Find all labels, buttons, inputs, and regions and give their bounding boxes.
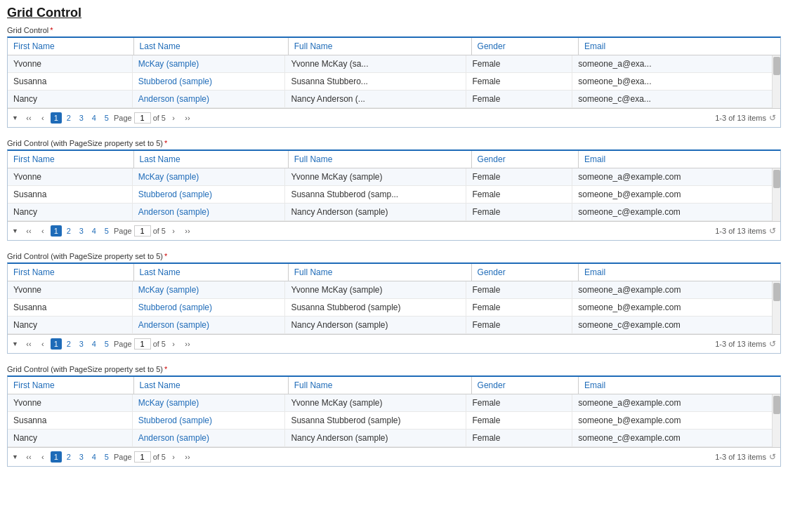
scroll-bar[interactable] — [772, 394, 780, 447]
table-cell[interactable]: Anderson (sample) — [133, 317, 286, 333]
of-label: of 5 — [153, 340, 166, 348]
page-number-1[interactable]: 1 — [51, 225, 62, 237]
page-number-2[interactable]: 2 — [63, 112, 74, 124]
refresh-icon[interactable]: ↺ — [769, 339, 776, 349]
page-info: Pageof 5 — [114, 112, 166, 124]
page-number-3[interactable]: 3 — [76, 451, 87, 463]
page-number-3[interactable]: 3 — [76, 338, 87, 350]
header-cell-0[interactable]: First Name — [8, 377, 134, 394]
last-page-button[interactable]: ›› — [181, 225, 194, 237]
page-number-1[interactable]: 1 — [51, 112, 62, 124]
table-cell: Susanna Stubberod (sample) — [285, 299, 466, 316]
header-cell-2[interactable]: Full Name — [289, 264, 472, 281]
header-cell-4[interactable]: Email — [579, 151, 780, 168]
page-input[interactable] — [134, 451, 151, 463]
first-page-button[interactable]: ‹‹ — [22, 451, 35, 463]
last-page-button[interactable]: ›› — [181, 338, 194, 350]
table-cell[interactable]: Anderson (sample) — [133, 204, 286, 220]
table-cell: Female — [466, 281, 572, 298]
page-number-5[interactable]: 5 — [101, 112, 112, 124]
table-cell[interactable]: McKay (sample) — [133, 394, 286, 411]
filter-icon[interactable]: ▼ — [12, 340, 18, 347]
page-number-2[interactable]: 2 — [63, 338, 74, 350]
filter-icon[interactable]: ▼ — [12, 227, 18, 234]
refresh-icon[interactable]: ↺ — [769, 113, 776, 123]
page-number-5[interactable]: 5 — [101, 338, 112, 350]
filter-icon[interactable]: ▼ — [12, 114, 18, 121]
header-cell-3[interactable]: Gender — [472, 151, 579, 168]
table-cell[interactable]: Stubberod (sample) — [133, 299, 286, 316]
first-page-button[interactable]: ‹‹ — [22, 225, 35, 237]
next-page-button[interactable]: › — [167, 338, 180, 350]
table-cell[interactable]: McKay (sample) — [133, 281, 286, 298]
scroll-thumb — [773, 170, 780, 188]
page-number-4[interactable]: 4 — [88, 112, 100, 124]
page-number-5[interactable]: 5 — [101, 225, 112, 237]
header-cell-0[interactable]: First Name — [8, 38, 134, 55]
header-cell-2[interactable]: Full Name — [289, 151, 472, 168]
refresh-icon[interactable]: ↺ — [769, 452, 776, 462]
next-page-button[interactable]: › — [167, 112, 180, 124]
table-cell: someone_a@exa... — [572, 55, 772, 72]
last-page-button[interactable]: ›› — [181, 451, 194, 463]
header-cell-4[interactable]: Email — [579, 264, 780, 281]
table-cell[interactable]: McKay (sample) — [133, 168, 286, 185]
page-number-4[interactable]: 4 — [88, 338, 100, 350]
grid-4: First NameLast NameFull NameGenderEmailY… — [7, 375, 781, 467]
page-input[interactable] — [134, 112, 151, 124]
next-page-button[interactable]: › — [167, 225, 180, 237]
page-number-3[interactable]: 3 — [76, 112, 87, 124]
prev-page-button[interactable]: ‹ — [37, 338, 49, 350]
header-cell-1[interactable]: Last Name — [134, 151, 289, 168]
header-cell-0[interactable]: First Name — [8, 264, 134, 281]
next-page-button[interactable]: › — [167, 451, 180, 463]
header-cell-4[interactable]: Email — [579, 377, 780, 394]
table-cell[interactable]: Anderson (sample) — [133, 430, 286, 446]
header-cell-3[interactable]: Gender — [472, 377, 579, 394]
page-input[interactable] — [134, 338, 151, 350]
table-cell[interactable]: Stubberod (sample) — [133, 412, 286, 429]
page-number-5[interactable]: 5 — [101, 451, 112, 463]
first-page-button[interactable]: ‹‹ — [22, 338, 35, 350]
header-cell-4[interactable]: Email — [579, 38, 780, 55]
table-cell[interactable]: Stubberod (sample) — [133, 73, 286, 90]
page-number-4[interactable]: 4 — [88, 451, 100, 463]
page-number-3[interactable]: 3 — [76, 225, 87, 237]
table-cell: someone_a@example.com — [572, 281, 772, 298]
first-page-button[interactable]: ‹‹ — [22, 112, 35, 124]
scroll-bar[interactable] — [772, 281, 780, 334]
page-number-1[interactable]: 1 — [51, 338, 62, 350]
header-cell-1[interactable]: Last Name — [134, 264, 289, 281]
header-cell-1[interactable]: Last Name — [134, 38, 289, 55]
header-cell-1[interactable]: Last Name — [134, 377, 289, 394]
header-cell-0[interactable]: First Name — [8, 151, 134, 168]
page-number-4[interactable]: 4 — [88, 225, 100, 237]
page-number-2[interactable]: 2 — [63, 225, 74, 237]
filter-icon[interactable]: ▼ — [12, 453, 18, 460]
table-cell: Female — [466, 91, 572, 107]
table-cell[interactable]: Anderson (sample) — [133, 91, 286, 107]
page-input[interactable] — [134, 225, 151, 237]
refresh-icon[interactable]: ↺ — [769, 226, 776, 236]
table-cell: Nancy — [8, 204, 133, 220]
header-cell-3[interactable]: Gender — [472, 38, 579, 55]
table-row: SusannaStubberod (sample)Susanna Stubber… — [8, 299, 772, 317]
last-page-button[interactable]: ›› — [181, 112, 194, 124]
prev-page-button[interactable]: ‹ — [37, 112, 49, 124]
grid-footer-3: ▼‹‹‹12345Pageof 5›››1-3 of 13 items↺ — [8, 334, 780, 353]
table-cell: Susanna Stubberod (sample) — [285, 412, 466, 429]
page-number-2[interactable]: 2 — [63, 451, 74, 463]
prev-page-button[interactable]: ‹ — [37, 225, 49, 237]
header-cell-3[interactable]: Gender — [472, 264, 579, 281]
table-cell[interactable]: McKay (sample) — [133, 55, 286, 72]
table-cell: Female — [466, 430, 572, 446]
scroll-bar[interactable] — [772, 168, 780, 221]
page-number-1[interactable]: 1 — [51, 451, 62, 463]
scroll-bar[interactable] — [772, 55, 780, 108]
header-cell-2[interactable]: Full Name — [289, 377, 472, 394]
table-cell[interactable]: Stubberod (sample) — [133, 186, 286, 203]
prev-page-button[interactable]: ‹ — [37, 451, 49, 463]
table-cell: someone_b@exa... — [572, 73, 772, 90]
pagination-right: 1-3 of 13 items↺ — [715, 452, 776, 462]
header-cell-2[interactable]: Full Name — [289, 38, 472, 55]
